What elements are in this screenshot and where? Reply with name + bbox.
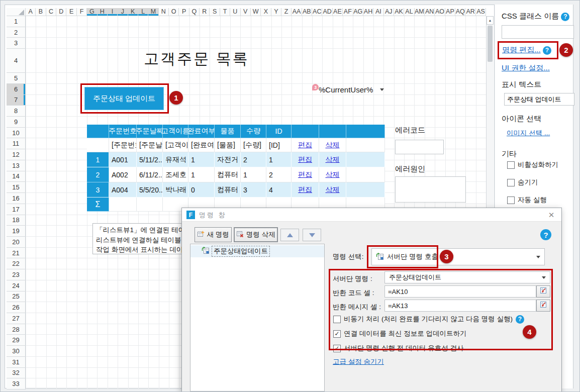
column-header-AS[interactable]: AS — [476, 8, 486, 16]
edit-link[interactable]: 편집 — [292, 167, 319, 182]
table-cell[interactable]: 2 — [241, 152, 266, 167]
column-header-H[interactable]: H — [98, 8, 108, 16]
row-header-10[interactable]: 10 — [7, 128, 26, 139]
table-header-cell[interactable]: 수량 — [241, 125, 266, 138]
table-header-cell[interactable]: 물품 — [215, 125, 241, 138]
table-cell[interactable]: 1 — [188, 167, 215, 182]
column-header-Q[interactable]: Q — [189, 8, 200, 16]
current-user-dropdown[interactable]: %CurrentUser% — [319, 85, 384, 94]
column-header-E[interactable]: E — [66, 8, 76, 16]
row-header-23[interactable]: 23 — [7, 269, 26, 280]
table-cell[interactable]: A002 — [109, 167, 137, 182]
table-cell[interactable]: 컴퓨터 — [215, 167, 241, 182]
row-header-5[interactable]: 5 — [7, 73, 26, 84]
row-header-2[interactable]: 2 — [7, 27, 26, 38]
row-header-31[interactable]: 31 — [7, 357, 26, 368]
column-header-V[interactable]: V — [241, 8, 251, 16]
column-header-Z[interactable]: Z — [281, 8, 292, 16]
column-header-G[interactable]: G — [87, 8, 97, 16]
row-header-9[interactable]: 9 — [7, 117, 26, 128]
column-header-T[interactable]: T — [220, 8, 230, 16]
table-cell[interactable]: 4 — [266, 182, 292, 198]
checkbox-unchecked-icon[interactable] — [507, 179, 515, 186]
column-header-Y[interactable]: Y — [271, 8, 281, 16]
row-header-3[interactable]: 3 — [7, 38, 26, 49]
column-header-L[interactable]: L — [138, 8, 148, 16]
column-header-R[interactable]: R — [200, 8, 210, 16]
column-header-AE[interactable]: AE — [333, 8, 343, 16]
display-text-input[interactable]: 주문상태 업데이트 — [504, 93, 574, 106]
table-header-cell[interactable]: ID — [266, 125, 292, 138]
table-header-cell[interactable] — [319, 125, 346, 138]
column-header-AL[interactable]: AL — [404, 8, 414, 16]
delete-link[interactable]: 삭제 — [319, 152, 346, 167]
column-header-M[interactable]: M — [148, 8, 158, 16]
row-header-25[interactable]: 25 — [7, 291, 26, 303]
row-header-20[interactable]: 20 — [7, 237, 26, 248]
column-header-AN[interactable]: AN — [425, 8, 435, 16]
row-header-15[interactable]: 15 — [7, 182, 26, 193]
return-code-input[interactable]: =AK10 — [384, 285, 536, 298]
table-cell[interactable]: 2 — [266, 167, 292, 182]
row-header-19[interactable]: 19 — [7, 226, 26, 237]
new-command-button[interactable]: 새 명령 — [195, 227, 232, 242]
move-down-button[interactable] — [303, 229, 321, 241]
table-cell[interactable]: 자전거 — [215, 152, 241, 167]
image-select-link[interactable]: 이미지 선택 ... — [507, 129, 550, 138]
table-header-cell[interactable] — [346, 125, 385, 138]
row-header-13[interactable]: 13 — [7, 160, 26, 171]
scrollbar-thumb[interactable] — [488, 26, 493, 62]
row-header-6[interactable]: 6 — [7, 84, 26, 95]
error-code-field[interactable] — [395, 140, 444, 154]
column-header-AF[interactable]: AF — [343, 8, 353, 16]
column-header-C[interactable]: C — [46, 8, 56, 16]
table-header-cell[interactable]: 주문번호 — [109, 125, 137, 138]
row-header-32[interactable]: 32 — [7, 368, 26, 379]
column-header-A[interactable]: A — [26, 8, 36, 16]
help-icon[interactable]: ? — [543, 46, 551, 55]
row-header-11[interactable]: 11 — [7, 138, 26, 149]
table-header-cell[interactable] — [87, 125, 109, 138]
row-header-14[interactable]: 14 — [7, 171, 26, 182]
etc-checkbox[interactable]: 숨기기 — [507, 178, 558, 187]
table-cell[interactable]: A004 — [109, 182, 137, 198]
column-header-U[interactable]: U — [230, 8, 240, 16]
table-header-cell[interactable]: 주문날짜 — [137, 125, 163, 138]
delete-link[interactable]: 삭제 — [319, 138, 346, 152]
table-header-cell[interactable]: 완료여부 — [188, 125, 215, 138]
help-icon[interactable]: ? — [516, 315, 524, 324]
row-header-12[interactable]: 12 — [7, 149, 26, 160]
row-header-27[interactable]: 27 — [7, 313, 26, 324]
close-icon[interactable]: ✕ — [545, 210, 557, 221]
column-header-AI[interactable]: AI — [373, 8, 383, 16]
row-header-8[interactable]: 8 — [7, 106, 26, 117]
row-header-33[interactable]: 33 — [7, 378, 26, 389]
column-header-AP[interactable]: AP — [445, 8, 455, 16]
command-type-dropdown[interactable]: 서버단 명령 호출 — [371, 248, 545, 265]
column-header-N[interactable]: N — [159, 8, 169, 16]
column-header-P[interactable]: P — [179, 8, 189, 16]
table-cell[interactable]: 5/11/2... — [137, 152, 163, 167]
column-header-J[interactable]: J — [118, 8, 128, 16]
table-cell[interactable]: 6/11/2... — [137, 167, 163, 182]
row-header-18[interactable]: 18 — [7, 215, 26, 226]
return-message-input[interactable]: =AK13 — [384, 300, 536, 312]
checkbox-unchecked-icon[interactable] — [507, 161, 515, 169]
row-header-24[interactable]: 24 — [7, 280, 26, 291]
server-command-dropdown[interactable]: 주문상태업데이트 — [384, 271, 550, 283]
column-header-AJ[interactable]: AJ — [384, 8, 394, 16]
table-cell[interactable]: 컴퓨터 — [215, 182, 241, 198]
command-list-item[interactable]: 주문상태업데이트 — [190, 245, 324, 257]
table-cell[interactable]: 3 — [241, 182, 266, 198]
table-cell[interactable]: 1 — [188, 152, 215, 167]
checkbox-checked-icon[interactable]: ✓ — [333, 330, 341, 338]
cell-picker-button[interactable] — [536, 285, 550, 298]
column-header-AQ[interactable]: AQ — [455, 8, 465, 16]
row-header-28[interactable]: 28 — [7, 324, 26, 335]
table-cell[interactable]: 조세호 — [163, 167, 188, 182]
table-cell[interactable]: A001 — [109, 152, 137, 167]
row-header-22[interactable]: 22 — [7, 258, 26, 269]
checkbox-unchecked-icon[interactable] — [507, 197, 515, 204]
row-header-21[interactable]: 21 — [7, 248, 26, 259]
column-header-AD[interactable]: AD — [322, 8, 332, 16]
